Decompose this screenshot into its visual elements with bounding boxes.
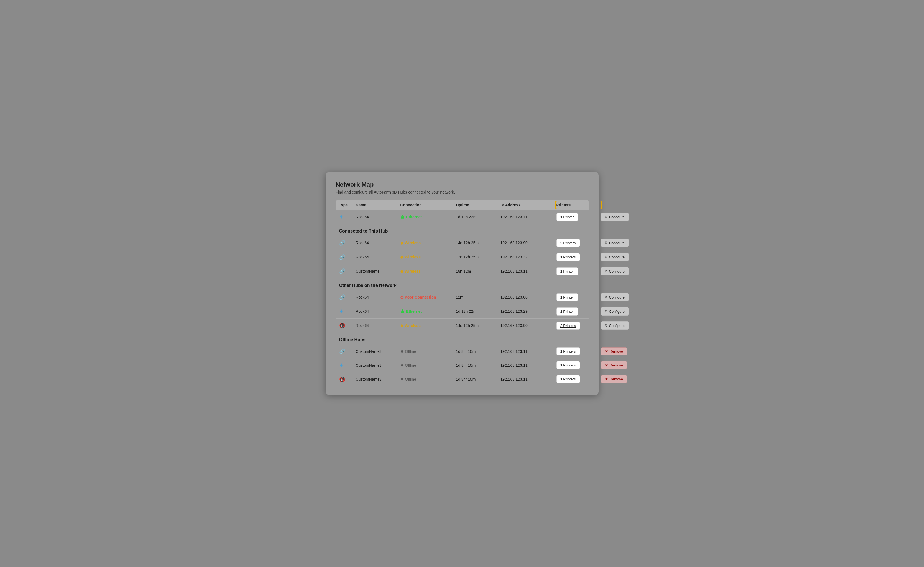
remove-button[interactable]: ✖ Remove bbox=[601, 347, 627, 356]
table-row: ✦ Rock64 Ethernet 1d 13h 22m 192. bbox=[336, 210, 588, 224]
printers-cell: 1 Printers bbox=[556, 347, 601, 356]
offline-icon: ✖ bbox=[400, 377, 404, 381]
link-icon: 🔗 bbox=[339, 268, 345, 274]
table-row: 🔗 CustomName3 ✖ Offline 1d 8hr 10m 192.1… bbox=[336, 345, 588, 358]
link-icon: 🔗 bbox=[339, 294, 345, 300]
ip-address: 192.168.123.90 bbox=[501, 241, 556, 245]
hub-name: Rock64 bbox=[356, 215, 400, 219]
wifi-off-icon: 📵 bbox=[339, 322, 345, 328]
node-icon: ✦ bbox=[339, 362, 344, 369]
configure-button[interactable]: ⧉ Configure bbox=[601, 267, 629, 275]
uptime: 12m bbox=[456, 295, 501, 299]
node-icon: ✦ bbox=[339, 308, 344, 315]
connection-status: Ethernet bbox=[400, 215, 456, 219]
hub-name: CustomName bbox=[356, 269, 400, 273]
connection-status: ✖ Offline bbox=[400, 377, 456, 381]
ethernet-icon bbox=[400, 309, 405, 314]
offline-connection: ✖ Offline bbox=[400, 377, 416, 381]
poor-icon: ◇ bbox=[400, 295, 404, 299]
action-cell: ✖ Remove bbox=[601, 347, 645, 356]
printers-button[interactable]: 1 Printer bbox=[556, 308, 578, 315]
hub-name: Rock64 bbox=[356, 295, 400, 299]
table-row: 🔗 Rock64 ◇ Poor Connection 12m 192.168.1… bbox=[336, 290, 588, 304]
action-cell: ⧉ Configure bbox=[601, 267, 645, 275]
printers-cell: 2 Printers bbox=[556, 239, 601, 247]
action-cell: ⧉ Configure bbox=[601, 321, 645, 330]
remove-icon: ✖ bbox=[605, 349, 608, 353]
printers-button[interactable]: 1 Printers bbox=[556, 347, 580, 356]
ip-address: 192.168.123.71 bbox=[501, 215, 556, 219]
ip-address: 192.168.123.08 bbox=[501, 295, 556, 299]
ethernet-connection: Ethernet bbox=[400, 215, 422, 219]
connection-status: ✖ Offline bbox=[400, 363, 456, 368]
configure-icon: ⧉ bbox=[605, 323, 608, 328]
printers-button[interactable]: 1 Printers bbox=[556, 253, 580, 261]
wireless-connection: ◆ Wireless bbox=[400, 323, 421, 328]
table-row: 🔗 Rock64 ◆ Wireless 14d 12h 25m 192.168.… bbox=[336, 236, 588, 250]
configure-icon: ⧉ bbox=[605, 269, 608, 273]
header-uptime: Uptime bbox=[456, 203, 501, 207]
hub-name: Rock64 bbox=[356, 323, 400, 328]
svg-rect-8 bbox=[403, 311, 404, 312]
connection-status: ✖ Offline bbox=[400, 349, 456, 354]
table-row: ✦ CustomName3 ✖ Offline 1d 8hr 10m 192.1… bbox=[336, 358, 588, 372]
table-header: Type Name Connection Uptime IP Address P… bbox=[336, 200, 588, 210]
svg-rect-4 bbox=[401, 217, 402, 219]
type-icon: 🔗 bbox=[339, 268, 356, 274]
link-icon: 🔗 bbox=[339, 254, 345, 260]
connected-section-label: Connected to This Hub bbox=[336, 224, 588, 236]
uptime: 1d 13h 22m bbox=[456, 309, 501, 314]
ip-address: 192.168.123.90 bbox=[501, 323, 556, 328]
type-icon: ✦ bbox=[339, 214, 356, 220]
uptime: 14d 12h 25m bbox=[456, 323, 501, 328]
svg-rect-5 bbox=[404, 217, 404, 219]
ip-address: 192.168.123.29 bbox=[501, 309, 556, 314]
wifi-icon: ◆ bbox=[400, 255, 404, 259]
configure-button[interactable]: ⧉ Configure bbox=[601, 253, 629, 261]
type-icon: 🔗 bbox=[339, 240, 356, 246]
ip-address: 192.168.123.11 bbox=[501, 269, 556, 273]
configure-button[interactable]: ⧉ Configure bbox=[601, 293, 629, 302]
remove-button[interactable]: ✖ Remove bbox=[601, 375, 627, 383]
printers-button[interactable]: 1 Printers bbox=[556, 361, 580, 369]
printers-button[interactable]: 2 Printers bbox=[556, 322, 580, 330]
connection-status: ◆ Wireless bbox=[400, 269, 456, 273]
svg-rect-11 bbox=[404, 312, 404, 313]
configure-button[interactable]: ⧉ Configure bbox=[601, 213, 629, 221]
type-icon: ✦ bbox=[339, 362, 356, 369]
action-cell: ⧉ Configure bbox=[601, 238, 645, 247]
type-icon: 🔗 bbox=[339, 294, 356, 300]
printers-button[interactable]: 1 Printer bbox=[556, 293, 578, 302]
printers-button[interactable]: 1 Printers bbox=[556, 375, 580, 383]
printers-button[interactable]: 1 Printer bbox=[556, 267, 578, 275]
printers-cell: 1 Printers bbox=[556, 253, 601, 261]
wifi-off-icon: 📵 bbox=[339, 376, 345, 382]
network-map-container: Network Map Find and configure all AutoF… bbox=[326, 172, 598, 395]
action-cell: ⧉ Configure bbox=[601, 293, 645, 302]
action-cell: ✖ Remove bbox=[601, 361, 645, 369]
configure-button[interactable]: ⧉ Configure bbox=[601, 307, 629, 315]
header-printers: Printers bbox=[556, 203, 601, 207]
printers-button[interactable]: 2 Printers bbox=[556, 239, 580, 247]
type-icon: 📵 bbox=[339, 322, 356, 328]
header-action bbox=[601, 203, 645, 207]
ip-address: 192.168.123.11 bbox=[501, 377, 556, 381]
header-type: Type bbox=[339, 203, 356, 207]
configure-button[interactable]: ⧉ Configure bbox=[601, 238, 629, 247]
table-row: 📵 Rock64 ◆ Wireless 14d 12h 25m 192.168.… bbox=[336, 319, 588, 333]
remove-button[interactable]: ✖ Remove bbox=[601, 361, 627, 369]
hub-name: CustomName3 bbox=[356, 363, 400, 368]
other-section-label: Other Hubs on the Network bbox=[336, 279, 588, 290]
configure-button[interactable]: ⧉ Configure bbox=[601, 321, 629, 330]
offline-connection: ✖ Offline bbox=[400, 349, 416, 354]
uptime: 18h 12m bbox=[456, 269, 501, 273]
uptime: 1d 13h 22m bbox=[456, 215, 501, 219]
configure-icon: ⧉ bbox=[605, 255, 608, 259]
poor-connection: ◇ Poor Connection bbox=[400, 295, 436, 299]
connection-status: ◆ Wireless bbox=[400, 255, 456, 259]
wifi-icon: ◆ bbox=[400, 269, 404, 273]
printers-button[interactable]: 1 Printer bbox=[556, 213, 578, 221]
svg-rect-6 bbox=[402, 309, 403, 310]
table-row: 🔗 CustomName ◆ Wireless 18h 12m 192.168.… bbox=[336, 264, 588, 279]
printers-cell: 1 Printer bbox=[556, 308, 601, 315]
